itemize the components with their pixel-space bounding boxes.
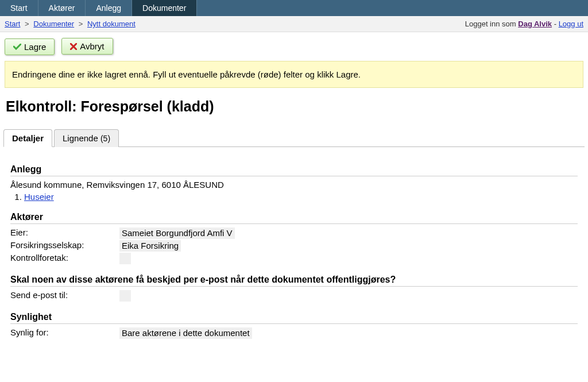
tab-detaljer[interactable]: Detaljer (3, 129, 52, 147)
breadcrumb-sep: > (25, 20, 29, 28)
section-anlegg-heading: Anlegg (10, 164, 578, 176)
cancel-button[interactable]: Avbryt (61, 38, 113, 55)
kv-row-kontrollforetak: Kontrollforetak: (10, 253, 578, 264)
kv-value (119, 253, 131, 264)
nav-anlegg[interactable]: Anlegg (86, 0, 132, 16)
tab-count: (5) (100, 134, 110, 143)
kv-value: Sameiet Borgundfjord Amfi V (119, 227, 235, 239)
save-button-label: Lagre (24, 42, 46, 52)
tab-lignende[interactable]: Lignende (5) (54, 129, 119, 147)
kv-label: Kontrollforetak: (10, 253, 119, 264)
breadcrumb: Start > Dokumenter > Nytt dokument (5, 20, 136, 28)
section-aktorer-heading: Aktører (10, 212, 578, 224)
kv-label: Forsikringsselskap: (10, 240, 119, 252)
kv-label: Eier: (10, 227, 119, 239)
kv-row-synlig-for: Synlig for: Bare aktørene i dette dokume… (10, 327, 578, 339)
section-epost-heading: Skal noen av disse aktørene få beskjed p… (10, 275, 578, 287)
kv-row-send-epost: Send e-post til: (10, 290, 578, 302)
login-sep: - (554, 20, 556, 28)
kv-value: Bare aktørene i dette dokumentet (119, 327, 252, 339)
breadcrumb-dokumenter[interactable]: Dokumenter (33, 20, 74, 28)
unsaved-notice: Endringene dine er ikke lagret ennå. Fyl… (5, 61, 583, 88)
nav-aktorer[interactable]: Aktører (38, 0, 86, 16)
x-icon (70, 43, 77, 50)
login-info: Logget inn som Dag Alvik - Logg ut (465, 20, 583, 28)
toolbar: Lagre Avbryt (0, 32, 588, 61)
save-button[interactable]: Lagre (5, 38, 55, 55)
breadcrumb-nytt-dokument[interactable]: Nytt dokument (87, 20, 136, 28)
logout-link[interactable]: Logg ut (559, 20, 583, 28)
cancel-button-label: Avbryt (80, 41, 104, 51)
content: Anlegg Ålesund kommune, Remviksvingen 17… (0, 147, 588, 352)
breadcrumb-start[interactable]: Start (5, 20, 20, 28)
breadcrumb-sep: > (79, 20, 83, 28)
kv-label: Send e-post til: (10, 290, 119, 302)
login-prefix: Logget inn som (465, 20, 516, 28)
section-synlighet-heading: Synlighet (10, 312, 578, 324)
kv-value: Eika Forsikring (119, 240, 181, 252)
huseier-link[interactable]: Huseier (24, 192, 54, 202)
user-link[interactable]: Dag Alvik (518, 20, 552, 28)
kv-row-eier: Eier: Sameiet Borgundfjord Amfi V (10, 227, 578, 239)
nav-dokumenter[interactable]: Dokumenter (132, 0, 197, 16)
anlegg-link-list: Huseier (24, 192, 578, 202)
list-item: Huseier (24, 192, 578, 202)
tab-label: Lignende (63, 133, 98, 143)
kv-row-forsikring: Forsikringsselskap: Eika Forsikring (10, 240, 578, 252)
tabs: Detaljer Lignende (5) (3, 129, 585, 147)
kv-label: Synlig for: (10, 327, 119, 339)
page-title: Elkontroll: Forespørsel (kladd) (6, 98, 582, 115)
tab-label: Detaljer (12, 133, 44, 143)
anlegg-address: Ålesund kommune, Remviksvingen 17, 6010 … (10, 180, 578, 190)
check-icon (13, 44, 21, 50)
top-nav: Start Aktører Anlegg Dokumenter (0, 0, 588, 16)
nav-start[interactable]: Start (0, 0, 38, 16)
kv-value (119, 290, 131, 302)
subheader: Start > Dokumenter > Nytt dokument Logge… (0, 16, 588, 32)
notice-text: Endringene dine er ikke lagret ennå. Fyl… (12, 70, 361, 79)
